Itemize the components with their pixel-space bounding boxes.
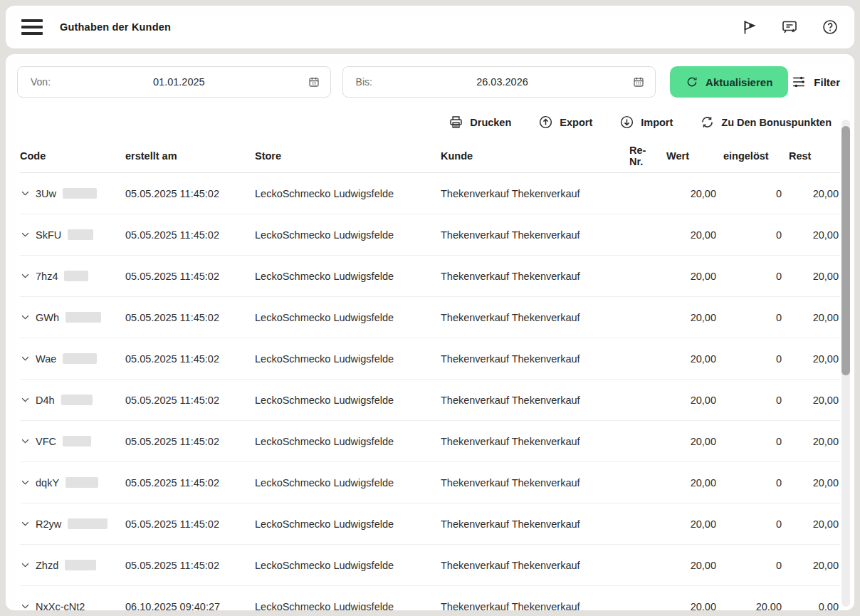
date-from-value: 01.01.2025	[51, 76, 308, 88]
rest-cell: 20,00	[782, 188, 839, 199]
date-to-label: Bis:	[356, 76, 372, 88]
code-cell: 7hz4	[20, 271, 125, 282]
date-from-field[interactable]: Von: 01.01.2025	[17, 66, 331, 98]
table-row[interactable]: Zhzd 05.05.2025 11:45:02 LeckoSchmecko L…	[20, 545, 840, 586]
code-cell: dqkY	[20, 477, 125, 489]
chevron-down-icon[interactable]	[20, 312, 31, 323]
top-bar: Guthaben der Kunden	[6, 6, 854, 48]
rest-cell: 20,00	[782, 518, 839, 530]
date-to-field[interactable]: Bis: 26.03.2026	[342, 66, 656, 98]
table-row[interactable]: 7hz4 05.05.2025 11:45:02 LeckoSchmecko L…	[20, 256, 840, 297]
created-at-cell: 05.05.2025 11:45:02	[125, 312, 255, 323]
store-cell: LeckoSchmecko Ludwigsfelde	[255, 229, 441, 241]
table-row[interactable]: D4h 05.05.2025 11:45:02 LeckoSchmecko Lu…	[20, 380, 840, 421]
code-cell: VFC	[20, 436, 125, 447]
value-cell: 20,00	[659, 601, 716, 611]
customer-cell: Thekenverkauf Thekenverkauf	[441, 271, 622, 282]
column-header-code[interactable]: Code	[20, 150, 125, 162]
rest-cell: 20,00	[782, 560, 839, 571]
value-cell: 20,00	[659, 477, 716, 489]
chevron-down-icon[interactable]	[20, 188, 31, 199]
printer-icon	[449, 115, 463, 130]
redeemed-cell: 0	[716, 477, 782, 489]
date-from-label: Von:	[31, 76, 51, 88]
scrollbar-track[interactable]	[841, 120, 850, 607]
chevron-down-icon[interactable]	[20, 601, 31, 610]
filter-button[interactable]: Filter	[788, 74, 843, 90]
code-value: Wae	[36, 353, 56, 365]
help-icon[interactable]	[822, 19, 839, 36]
code-cell: NxXc-cNt2	[20, 601, 125, 611]
created-at-cell: 05.05.2025 11:45:02	[125, 229, 255, 241]
column-header-value[interactable]: Wert	[659, 150, 716, 162]
code-value: D4h	[36, 395, 55, 406]
created-at-cell: 05.05.2025 11:45:02	[125, 518, 255, 530]
scrollbar-thumb[interactable]	[841, 126, 850, 375]
chevron-down-icon[interactable]	[20, 395, 31, 405]
table-row[interactable]: R2yw 05.05.2025 11:45:02 LeckoSchmecko L…	[20, 503, 840, 545]
value-cell: 20,00	[659, 436, 716, 447]
to-bonus-points-button[interactable]: Zu Den Bonuspunkten	[700, 115, 832, 130]
column-header-customer[interactable]: Kunde	[441, 150, 622, 162]
chevron-down-icon[interactable]	[20, 271, 31, 281]
store-cell: LeckoSchmecko Ludwigsfelde	[255, 560, 441, 571]
chevron-down-icon[interactable]	[20, 229, 31, 240]
print-button[interactable]: Drucken	[449, 115, 511, 130]
redeemed-cell: 0	[716, 436, 782, 447]
chevron-down-icon[interactable]	[20, 518, 31, 529]
table-row[interactable]: VFC 05.05.2025 11:45:02 LeckoSchmecko Lu…	[20, 421, 840, 462]
redacted-code-mask	[65, 477, 98, 488]
value-cell: 20,00	[659, 188, 716, 199]
customer-cell: Thekenverkauf Thekenverkauf	[441, 229, 622, 241]
redacted-code-mask	[65, 560, 96, 570]
code-value: 3Uw	[36, 188, 56, 199]
table-row[interactable]: GWh 05.05.2025 11:45:02 LeckoSchmecko Lu…	[20, 297, 840, 338]
credits-table: Code erstellt am Store Kunde Re-Nr. Wert…	[20, 140, 840, 610]
column-header-store[interactable]: Store	[255, 150, 441, 162]
refresh-button-label: Aktualisieren	[706, 76, 772, 88]
rest-cell: 20,00	[782, 436, 839, 447]
rest-cell: 20,00	[782, 312, 839, 323]
refresh-button[interactable]: Aktualisieren	[670, 66, 788, 98]
store-cell: LeckoSchmecko Ludwigsfelde	[255, 518, 441, 530]
flag-icon[interactable]	[740, 19, 757, 36]
value-cell: 20,00	[659, 518, 716, 530]
chevron-down-icon[interactable]	[20, 560, 31, 570]
code-value: VFC	[36, 436, 56, 447]
calendar-icon[interactable]	[308, 75, 320, 88]
chevron-down-icon[interactable]	[20, 436, 31, 447]
export-button[interactable]: Export	[538, 115, 592, 130]
column-header-redeemed[interactable]: eingelöst	[716, 150, 782, 162]
chevron-down-icon[interactable]	[20, 353, 31, 364]
rest-cell: 20,00	[782, 229, 839, 241]
code-cell: GWh	[20, 312, 125, 323]
export-up-icon	[538, 115, 553, 130]
table-row[interactable]: NxXc-cNt2 06.10.2025 09:40:27 LeckoSchme…	[20, 586, 840, 610]
content-card: Von: 01.01.2025 Bis: 26.03.2026	[6, 54, 854, 610]
table-row[interactable]: 3Uw 05.05.2025 11:45:02 LeckoSchmecko Lu…	[20, 173, 840, 214]
import-button-label: Import	[641, 117, 673, 128]
table-row[interactable]: Wae 05.05.2025 11:45:02 LeckoSchmecko Lu…	[20, 338, 840, 380]
import-button[interactable]: Import	[619, 115, 673, 130]
column-header-re-nr[interactable]: Re-Nr.	[622, 145, 659, 167]
created-at-cell: 05.05.2025 11:45:02	[125, 477, 255, 489]
redacted-code-mask	[68, 518, 108, 529]
hamburger-menu-icon[interactable]	[21, 19, 43, 35]
calendar-icon[interactable]	[632, 75, 645, 88]
redeemed-cell: 0	[716, 312, 782, 323]
table-row[interactable]: dqkY 05.05.2025 11:45:02 LeckoSchmecko L…	[20, 462, 840, 503]
redeemed-cell: 20,00	[716, 601, 782, 611]
redeemed-cell: 0	[716, 353, 782, 365]
code-value: NxXc-cNt2	[36, 601, 85, 611]
column-header-created[interactable]: erstellt am	[125, 150, 255, 162]
customer-cell: Thekenverkauf Thekenverkauf	[441, 436, 622, 447]
customer-cell: Thekenverkauf Thekenverkauf	[441, 353, 622, 365]
redeemed-cell: 0	[716, 271, 782, 282]
table-row[interactable]: SkFU 05.05.2025 11:45:02 LeckoSchmecko L…	[20, 214, 840, 256]
store-cell: LeckoSchmecko Ludwigsfelde	[255, 271, 441, 282]
feedback-review-icon[interactable]	[781, 19, 798, 36]
redacted-code-mask	[63, 436, 91, 447]
chevron-down-icon[interactable]	[20, 477, 31, 488]
column-header-rest[interactable]: Rest	[782, 150, 839, 162]
code-value: R2yw	[36, 518, 61, 530]
